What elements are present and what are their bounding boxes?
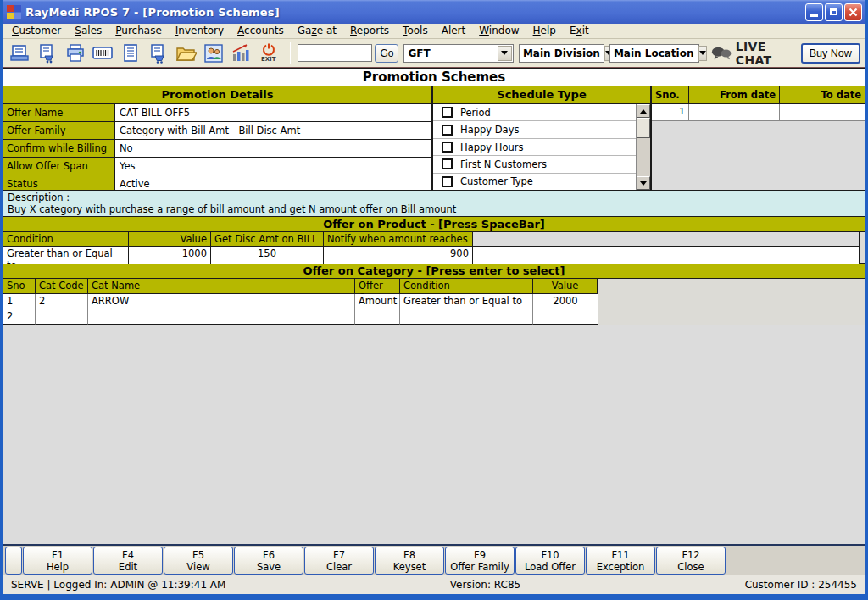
cat-code-cell[interactable]: 2 (36, 294, 88, 309)
condition-cell[interactable] (400, 309, 533, 325)
chevron-down-icon[interactable] (498, 46, 512, 61)
sno-cell[interactable]: 2 (3, 309, 36, 325)
customer-id-label: Customer ID : 254455 (745, 579, 857, 591)
schedule-option-period[interactable]: Period (433, 104, 636, 121)
column-header: Value (129, 232, 211, 246)
offer-name-field[interactable]: CAT BILL OFF5 (115, 104, 431, 121)
f11-exception-button[interactable]: F11Exception (586, 547, 655, 575)
menu-item-purchase[interactable]: Purchase (108, 24, 169, 38)
cat-name-cell[interactable] (88, 309, 355, 325)
menu-item-reports[interactable]: Reports (343, 24, 396, 38)
menu-item-help[interactable]: Help (526, 24, 563, 38)
schedule-option-label: Customer Type (460, 175, 533, 187)
detail-row-confirm-while-billing: Confirm while Billing No (3, 140, 431, 158)
menu-item-accounts[interactable]: Accounts (231, 24, 291, 38)
menu-item-inventory[interactable]: Inventory (169, 24, 231, 38)
title-bar: RayMedi RPOS 7 - [Promotion Schemes] (3, 0, 865, 24)
checkbox-icon[interactable] (442, 176, 453, 187)
printer-icon[interactable] (63, 41, 88, 66)
live-chat-button[interactable]: LIVE CHAT (711, 40, 801, 67)
location-select[interactable]: Main Location (609, 44, 699, 63)
f12-close-button[interactable]: F12Close (656, 547, 726, 575)
confirm-while-billing-field[interactable]: No (115, 140, 431, 157)
scrollbar-thumb[interactable] (637, 118, 650, 138)
schedule-option-happy-hours[interactable]: Happy Hours (433, 139, 636, 156)
description-text: Buy X category with purchase a range of … (8, 203, 860, 215)
barcode-icon[interactable] (91, 41, 116, 66)
checkbox-icon[interactable] (442, 158, 453, 169)
condition-cell[interactable]: Greater than or Equal to (400, 294, 533, 309)
scroll-up-icon[interactable] (637, 104, 650, 118)
location-select-value: Main Location (610, 47, 698, 59)
value-cell[interactable]: 2000 (533, 294, 598, 309)
cat-code-cell[interactable] (36, 309, 88, 325)
sno-cell[interactable]: 1 (3, 294, 36, 309)
f10-load-offer-button[interactable]: F10Load Offer (515, 547, 585, 575)
go-button-label: Go (380, 47, 393, 59)
f8-keyset-button[interactable]: F8Keyset (375, 547, 444, 575)
offer-on-cell[interactable] (355, 309, 400, 325)
sales-cart-icon[interactable] (36, 41, 61, 66)
menu-item-sales[interactable]: Sales (68, 24, 108, 38)
schedule-option-happy-days[interactable]: Happy Days (433, 121, 636, 138)
offer-family-field[interactable]: Category with Bill Amt - Bill Disc Amt (115, 122, 431, 139)
fkey-label: Load Offer (525, 561, 576, 573)
table-row[interactable]: 1 2 ARROW Amount Greater than or Equal t… (3, 294, 598, 309)
purchase-cart-icon[interactable] (146, 41, 171, 66)
offer-on-cell[interactable]: Amount (355, 294, 400, 309)
from-date-cell[interactable] (689, 104, 780, 120)
checkbox-icon[interactable] (442, 125, 453, 136)
f7-clear-button[interactable]: F7Clear (304, 547, 374, 575)
menu-item-alert[interactable]: Alert (435, 24, 473, 38)
allow-offer-span-field[interactable]: Yes (115, 158, 431, 175)
menu-item-exit[interactable]: Exit (563, 24, 596, 38)
fkey-key: F12 (682, 549, 699, 561)
table-row[interactable]: 2 (3, 309, 598, 325)
f5-view-button[interactable]: F5View (164, 547, 233, 575)
schedule-scrollbar[interactable] (636, 104, 650, 190)
schedule-option-customer-type[interactable]: Customer Type (433, 174, 636, 190)
go-button[interactable]: Go (375, 44, 398, 63)
to-date-cell[interactable] (780, 104, 865, 120)
division-select[interactable]: Main Division (519, 44, 604, 63)
dates-row: 1 (652, 104, 865, 121)
f6-save-button[interactable]: F6Save (234, 547, 303, 575)
schedule-option-label: Happy Hours (460, 142, 523, 153)
folder-icon[interactable] (173, 41, 198, 66)
customers-icon[interactable] (201, 41, 226, 66)
invoice-icon[interactable] (118, 41, 143, 66)
chevron-down-icon[interactable] (698, 46, 707, 61)
f9-offer-family-button[interactable]: F9Offer Family (445, 547, 515, 575)
menu-item-customer[interactable]: Customer (5, 24, 68, 38)
buy-now-button[interactable]: Buy Now (801, 43, 860, 64)
exit-power-icon[interactable]: EXIT (256, 41, 281, 66)
fkey-label: Help (47, 561, 69, 573)
quick-search-input[interactable] (298, 44, 372, 62)
billing-icon[interactable] (8, 41, 33, 66)
menu-item-window[interactable]: Window (472, 24, 526, 38)
chart-icon[interactable] (228, 41, 253, 66)
cat-name-cell[interactable]: ARROW (88, 294, 355, 309)
detail-row-offer-name: Offer Name CAT BILL OFF5 (3, 104, 431, 122)
schedule-option-first-n-customers[interactable]: First N Customers (433, 156, 636, 173)
promotion-details-panel: Promotion Details Offer Name CAT BILL OF… (3, 86, 433, 190)
minimize-button[interactable] (805, 3, 823, 21)
column-header: Cat Name (88, 279, 355, 294)
company-select[interactable]: GFT (403, 44, 513, 63)
column-header: Notify when amount reaches (324, 232, 473, 246)
value-cell[interactable] (533, 309, 598, 325)
menu-item-gaze-at[interactable]: Gaze at (291, 24, 343, 38)
menu-item-tools[interactable]: Tools (396, 24, 435, 38)
fkey-key: F9 (474, 549, 486, 561)
spacer-button[interactable] (5, 547, 22, 575)
f4-edit-button[interactable]: F4Edit (93, 547, 163, 575)
checkbox-icon[interactable] (442, 142, 453, 153)
close-button[interactable] (844, 3, 862, 21)
offer-on-category-header: Offer on Category - [Press enter to sele… (3, 264, 865, 279)
restore-button[interactable] (825, 3, 843, 21)
minimize-icon (810, 14, 818, 17)
checkbox-icon[interactable] (442, 107, 453, 118)
f1-help-button[interactable]: F1Help (23, 547, 92, 575)
scroll-down-icon[interactable] (637, 176, 650, 190)
fkey-key: F5 (192, 549, 204, 561)
